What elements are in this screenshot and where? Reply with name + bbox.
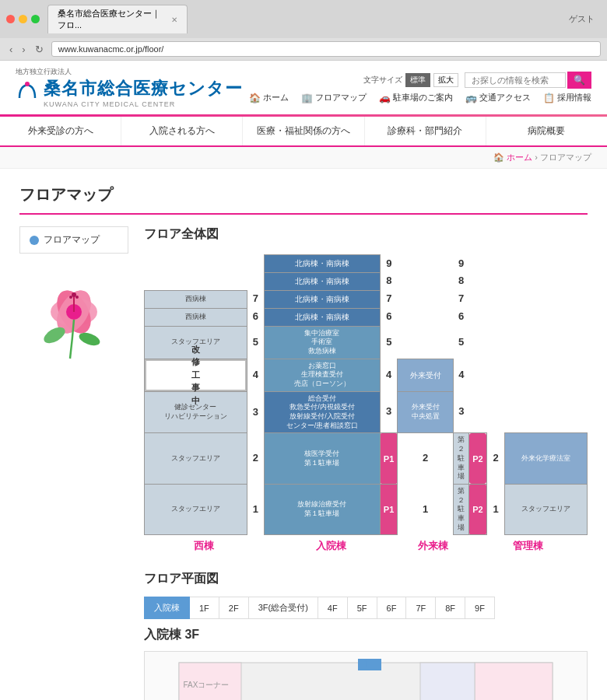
back-button[interactable]: ‹ [6,42,16,57]
floor-cell-west-9-empty2 [247,255,264,273]
browser-chrome: 桑名市総合医療センター｜フロ... ✕ ゲスト ‹ › ↻ [0,0,607,61]
floor-cell-inpatient-9: 北病棟・南病棟 [264,255,380,273]
logo-area: 地方独立行政法人 桑名市総合医療センター KUWANA CITY MEDICAL… [16,67,243,108]
maximize-dot[interactable] [31,15,40,23]
floor-tab-3f[interactable]: 3F(総合受付) [249,597,318,619]
renovation-overlay: 改修工事中 [145,359,247,391]
floor-num-7: 7 [247,290,264,308]
floor-num-1: 1 [247,484,264,534]
floor-tab-6f[interactable]: 6F [377,597,407,619]
refresh-button[interactable]: ↻ [32,42,47,57]
header-nav-top: 🏠ホーム 🏢フロアマップ 🚗駐車場のご案内 🚌交通アクセス 📋採用情報 [249,92,591,103]
main-nav-inpatient[interactable]: 入院される方へ [121,117,243,145]
floor-cell-inpatient-2: 核医学受付第１駐車場 [264,433,380,484]
font-large-button[interactable]: 拡大 [433,73,458,87]
search-input[interactable] [465,72,566,88]
header-top-controls: 文字サイズ 標準 拡大 🔍 [363,72,591,89]
floor-cell-admin-8-empty [469,272,486,290]
floor-tab-1f[interactable]: 1F [190,597,219,619]
browser-nav: ‹ › ↻ [6,42,47,57]
main-nav-medical[interactable]: 医療・福祉関係の方へ [243,117,364,145]
floor-cell-west-6: 西病棟 [145,308,247,326]
nav-home[interactable]: 🏠ホーム [249,92,289,103]
floor-num-right-2: 2 [486,433,505,484]
main-content: フロア全体図 北病棟・南病棟 9 9 [144,226,588,700]
floor-num-right-4: 4 [454,359,469,391]
floor-num-4: 4 [247,359,264,391]
page-title: フロアマップ [19,184,588,215]
breadcrumb-separator: › [535,152,540,162]
font-size-area: 文字サイズ 標準 拡大 [363,73,458,87]
breadcrumb-home[interactable]: ホーム [507,152,532,162]
floor-num-left-6: 6 [380,308,397,326]
floor-cell-outpatient-8-empty [398,272,454,290]
floor-plan-subtitle: 入院棟 3F [144,627,588,643]
floor-tab-2f[interactable]: 2F [219,597,249,619]
floor-tab-8f[interactable]: 8F [436,597,465,619]
browser-tabs: 桑名市総合医療センター｜フロ... ✕ [47,5,569,33]
sidebar: フロアマップ [19,226,128,700]
breadcrumb: 🏠 ホーム › フロアマップ [0,147,607,169]
floor-row-2: スタッフエリア 2 核医学受付第１駐車場 P1 2 第２駐車場 P2 2 外来化… [145,433,588,484]
floor-cell-outpatient-7-empty [398,290,454,308]
search-button[interactable]: 🔍 [567,72,591,89]
floor-cell-p2-1: P2 [469,484,486,534]
tab-close-icon[interactable]: ✕ [171,16,177,24]
floor-row-7: 西病棟 7 北病棟・南病棟 7 7 [145,290,588,308]
svg-text:FAXコーナー: FAXコーナー [184,681,230,689]
url-bar[interactable] [51,41,601,57]
svg-rect-17 [475,663,553,700]
sidebar-item-floormap[interactable]: フロアマップ [19,226,128,254]
close-dot[interactable] [6,15,15,23]
floor-plan-section: フロア平面図 入院棟 1F 2F 3F(総合受付) 4F 5F 6F 7F 8F… [144,571,588,700]
floor-plan-subtitle-text: 入院棟 3F [144,628,199,641]
floor-num-left-8: 8 [380,272,397,290]
logo-main: 桑名市総合医療センター KUWANA CITY MEDICAL CENTER [16,77,243,108]
nav-recruit[interactable]: 📋採用情報 [543,92,591,103]
minimize-dot[interactable] [19,15,27,23]
floor-cell-west-4: 透析棟 改修工事中 [145,359,247,391]
nav-parking[interactable]: 🚗駐車場のご案内 [379,92,453,103]
nav-floor[interactable]: 🏢フロアマップ [301,92,367,103]
header-right: 文字サイズ 標準 拡大 🔍 🏠ホーム 🏢フロアマップ 🚗駐車場のご案内 🚌交通ア… [249,72,591,103]
svg-rect-14 [358,659,381,670]
floor-tab-9f[interactable]: 9F [465,597,495,619]
breadcrumb-current: フロアマップ [540,152,591,162]
floor-cell-west-2: スタッフエリア [145,433,247,484]
main-nav-outpatient[interactable]: 外来受診の方へ [0,117,121,145]
flower-image [19,269,128,373]
floor-tab-7f[interactable]: 7F [406,597,436,619]
sidebar-item-label: フロアマップ [44,233,100,247]
floor-tab-5f[interactable]: 5F [348,597,377,619]
site-header: 地方独立行政法人 桑名市総合医療センター KUWANA CITY MEDICAL… [0,61,607,114]
main-navigation: 外来受診の方へ 入院される方へ 医療・福祉関係の方へ 診療科・部門紹介 病院概要 [0,117,607,147]
floor-cell-admin-6-empty [469,308,486,326]
floor-cell-admin-7-empty [469,290,486,308]
floor-num-right-9: 9 [454,255,469,273]
main-nav-about[interactable]: 病院概要 [486,117,607,145]
nav-access[interactable]: 🚌交通アクセス [465,92,531,103]
floor-row-3: 健診センターリハビリテーション 3 総合受付救急受付/内視鏡受付放射線受付/入院… [145,391,588,433]
floor-cell-admin-2: 外来化学療法室 [505,433,588,484]
browser-tab[interactable]: 桑名市総合医療センター｜フロ... ✕ [47,5,188,33]
floor-num-6: 6 [247,308,264,326]
forward-button[interactable]: › [19,42,28,57]
floor-num-left-9: 9 [380,255,397,273]
page-content: フロアマップ フロアマップ [0,169,607,700]
floor-tab-inpatient[interactable]: 入院棟 [144,597,190,619]
floor-tab-4f[interactable]: 4F [318,597,348,619]
logo-icon [16,79,39,107]
main-nav-departments[interactable]: 診療科・部門紹介 [365,117,486,145]
content-layout: フロアマップ [19,226,588,700]
floor-row-9: 北病棟・南病棟 9 9 [145,255,588,273]
floor-cell-inpatient-3: 総合受付救急受付/内視鏡受付放射線受付/入院受付センター/患者相談窓口 [264,391,380,433]
floor-map-table: 北病棟・南病棟 9 9 北病棟・南病棟 8 [144,254,588,555]
west-building-label: 西棟 [145,535,265,555]
floor-num-left-3: 3 [380,391,397,433]
floor-row-1: スタッフエリア 1 放射線治療受付第１駐車場 P1 1 第２駐車場 P2 1 ス… [145,484,588,534]
floor-num-5: 5 [247,326,264,359]
section2-title: フロア平面図 [144,571,588,587]
font-size-label: 文字サイズ [363,75,402,86]
floor-num-right-1: 1 [486,484,505,534]
font-standard-button[interactable]: 標準 [405,73,430,87]
